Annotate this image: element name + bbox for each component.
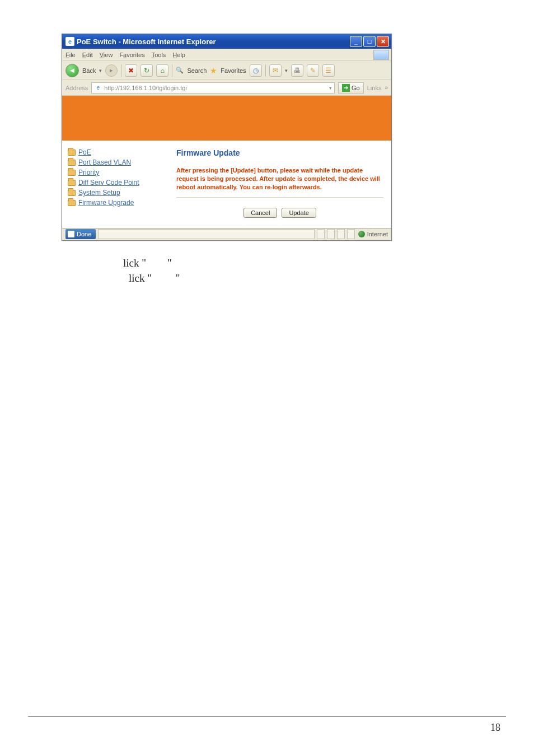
body-line-2: lick " " <box>129 270 506 286</box>
status-cell <box>317 229 325 239</box>
page-icon: e <box>94 84 102 92</box>
body-line-1: lick " " <box>123 255 506 271</box>
back-label: Back <box>82 67 96 74</box>
menubar: File Edit View Favorites Tools Help <box>62 49 391 61</box>
sidebar-item-label: PoE <box>78 148 91 156</box>
throbber-icon <box>373 50 389 60</box>
mail-dropdown-icon[interactable]: ▾ <box>285 68 288 73</box>
status-cell <box>337 229 345 239</box>
folder-icon <box>68 160 76 166</box>
status-zone: Internet <box>358 231 388 237</box>
body-text: lick " " lick " " <box>123 255 506 286</box>
status-cell <box>327 229 335 239</box>
home-button[interactable]: ⌂ <box>156 64 168 77</box>
menu-tools[interactable]: Tools <box>152 52 166 58</box>
maximize-button[interactable]: □ <box>363 36 376 47</box>
go-label: Go <box>352 85 360 91</box>
sidebar-item-poe[interactable]: PoE <box>68 148 170 156</box>
done-icon <box>68 231 74 237</box>
stop-button[interactable]: ✖ <box>125 64 137 77</box>
folder-icon <box>68 150 76 156</box>
menu-help[interactable]: Help <box>172 52 185 58</box>
mail-button[interactable]: ✉ <box>269 64 282 77</box>
sidebar-item-label: Diff Serv Code Point <box>78 179 139 186</box>
folder-icon <box>68 200 76 206</box>
separator <box>265 64 266 77</box>
separator <box>121 64 121 77</box>
status-cell <box>98 229 314 239</box>
sidebar-item-label: Firmware Upgrade <box>78 199 134 207</box>
menu-view[interactable]: View <box>100 52 113 58</box>
sidebar-item-priority[interactable]: Priority <box>68 169 170 176</box>
sidebar-item-label: Priority <box>78 169 99 176</box>
sidebar-item-label: System Setup <box>78 189 120 197</box>
links-chevron-icon[interactable]: » <box>385 85 388 91</box>
menu-edit[interactable]: Edit <box>82 52 93 58</box>
statusbar: Done Internet <box>62 228 391 240</box>
status-panes <box>98 229 354 239</box>
footer-rule <box>28 716 506 717</box>
sidebar-item-firmware-upgrade[interactable]: Firmware Upgrade <box>68 199 170 207</box>
go-arrow-icon: ➔ <box>342 84 350 92</box>
addressbar: Address e http://192.168.1.10/tgi/login.… <box>62 80 391 96</box>
search-icon: 🔍 <box>176 67 184 74</box>
sidebar-item-vlan[interactable]: Port Based VLAN <box>68 158 170 166</box>
page-number: 18 <box>490 722 500 734</box>
toolbar: ◄ Back ▾ ▸ ✖ ↻ ⌂ 🔍 Search ★ Favorites ◷ … <box>62 61 391 80</box>
minimize-button[interactable]: _ <box>350 36 362 47</box>
sidebar-item-label: Port Based VLAN <box>78 158 131 166</box>
menu-file[interactable]: File <box>65 52 76 58</box>
folder-icon <box>68 190 76 196</box>
page-content: PoE Port Based VLAN Priority Diff Serv C… <box>62 96 391 228</box>
firmware-message: After pressing the [Update] button, plea… <box>176 166 383 198</box>
sidebar-item-system-setup[interactable]: System Setup <box>68 189 170 197</box>
favorites-icon: ★ <box>210 66 217 75</box>
firmware-heading: Firmware Update <box>176 148 383 157</box>
internet-zone-icon <box>358 231 365 237</box>
sidebar: PoE Port Based VLAN Priority Diff Serv C… <box>62 141 174 228</box>
search-label[interactable]: Search <box>187 67 207 74</box>
status-done: Done <box>65 229 96 239</box>
address-value: http://192.168.1.10/tgi/login.tgi <box>104 85 186 91</box>
discuss-button[interactable]: ☰ <box>322 64 335 77</box>
favorites-label[interactable]: Favorites <box>221 67 246 74</box>
sidebar-item-dscp[interactable]: Diff Serv Code Point <box>68 179 170 186</box>
window-title: PoE Switch - Microsoft Internet Explorer <box>77 38 350 46</box>
cancel-button[interactable]: Cancel <box>243 208 277 218</box>
ie-icon: e <box>65 37 74 46</box>
titlebar: e PoE Switch - Microsoft Internet Explor… <box>62 34 391 49</box>
history-button[interactable]: ◷ <box>250 64 262 77</box>
status-cell <box>347 229 355 239</box>
back-dropdown-icon[interactable]: ▾ <box>99 68 102 73</box>
edit-button[interactable]: ✎ <box>307 64 319 77</box>
close-button[interactable]: ✕ <box>377 36 389 47</box>
zone-label: Internet <box>367 231 388 237</box>
forward-button[interactable]: ▸ <box>105 64 118 77</box>
print-button[interactable]: 🖶 <box>291 64 303 77</box>
main-pane: Firmware Update After pressing the [Upda… <box>174 141 391 228</box>
back-button[interactable]: ◄ <box>65 64 79 77</box>
address-label: Address <box>65 85 88 91</box>
address-dropdown-icon[interactable]: ▾ <box>329 85 332 91</box>
browser-window: e PoE Switch - Microsoft Internet Explor… <box>62 34 392 241</box>
folder-icon <box>68 180 76 186</box>
links-label[interactable]: Links <box>367 85 382 91</box>
update-button[interactable]: Update <box>282 208 316 218</box>
separator <box>172 64 172 77</box>
address-input[interactable]: e http://192.168.1.10/tgi/login.tgi ▾ <box>91 82 335 94</box>
menu-favorites[interactable]: Favorites <box>119 52 144 58</box>
go-button[interactable]: ➔ Go <box>338 82 364 94</box>
status-text: Done <box>77 231 91 237</box>
folder-icon <box>68 170 76 176</box>
refresh-button[interactable]: ↻ <box>140 64 153 77</box>
header-banner <box>62 96 391 141</box>
